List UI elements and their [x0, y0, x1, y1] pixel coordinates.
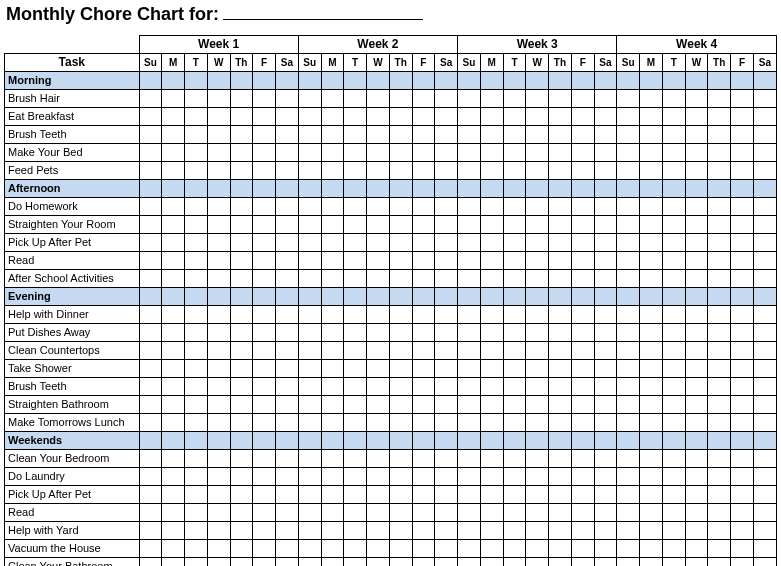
checkbox-cell[interactable]: [435, 108, 458, 126]
checkbox-cell[interactable]: [207, 162, 230, 180]
checkbox-cell[interactable]: [549, 270, 572, 288]
checkbox-cell[interactable]: [617, 234, 640, 252]
checkbox-cell[interactable]: [367, 108, 390, 126]
checkbox-cell[interactable]: [526, 396, 549, 414]
checkbox-cell[interactable]: [685, 414, 708, 432]
checkbox-cell[interactable]: [685, 252, 708, 270]
checkbox-cell[interactable]: [412, 252, 435, 270]
checkbox-cell[interactable]: [344, 270, 367, 288]
checkbox-cell[interactable]: [685, 234, 708, 252]
checkbox-cell[interactable]: [230, 396, 253, 414]
checkbox-cell[interactable]: [731, 414, 754, 432]
checkbox-cell[interactable]: [230, 414, 253, 432]
checkbox-cell[interactable]: [662, 540, 685, 558]
checkbox-cell[interactable]: [412, 126, 435, 144]
checkbox-cell[interactable]: [207, 450, 230, 468]
checkbox-cell[interactable]: [185, 396, 208, 414]
checkbox-cell[interactable]: [731, 450, 754, 468]
checkbox-cell[interactable]: [594, 414, 617, 432]
checkbox-cell[interactable]: [344, 324, 367, 342]
checkbox-cell[interactable]: [230, 558, 253, 567]
checkbox-cell[interactable]: [412, 360, 435, 378]
checkbox-cell[interactable]: [389, 90, 412, 108]
checkbox-cell[interactable]: [230, 360, 253, 378]
checkbox-cell[interactable]: [276, 540, 299, 558]
checkbox-cell[interactable]: [480, 252, 503, 270]
checkbox-cell[interactable]: [640, 234, 663, 252]
checkbox-cell[interactable]: [139, 144, 162, 162]
checkbox-cell[interactable]: [503, 216, 526, 234]
checkbox-cell[interactable]: [571, 198, 594, 216]
checkbox-cell[interactable]: [276, 360, 299, 378]
checkbox-cell[interactable]: [458, 504, 481, 522]
checkbox-cell[interactable]: [526, 108, 549, 126]
checkbox-cell[interactable]: [731, 108, 754, 126]
checkbox-cell[interactable]: [503, 324, 526, 342]
checkbox-cell[interactable]: [753, 468, 776, 486]
checkbox-cell[interactable]: [503, 306, 526, 324]
checkbox-cell[interactable]: [594, 486, 617, 504]
checkbox-cell[interactable]: [139, 108, 162, 126]
checkbox-cell[interactable]: [412, 144, 435, 162]
checkbox-cell[interactable]: [640, 324, 663, 342]
checkbox-cell[interactable]: [207, 234, 230, 252]
checkbox-cell[interactable]: [480, 108, 503, 126]
checkbox-cell[interactable]: [458, 234, 481, 252]
checkbox-cell[interactable]: [253, 162, 276, 180]
checkbox-cell[interactable]: [367, 162, 390, 180]
checkbox-cell[interactable]: [367, 504, 390, 522]
checkbox-cell[interactable]: [412, 522, 435, 540]
checkbox-cell[interactable]: [389, 126, 412, 144]
checkbox-cell[interactable]: [549, 324, 572, 342]
checkbox-cell[interactable]: [321, 450, 344, 468]
checkbox-cell[interactable]: [503, 522, 526, 540]
checkbox-cell[interactable]: [412, 450, 435, 468]
checkbox-cell[interactable]: [367, 486, 390, 504]
checkbox-cell[interactable]: [253, 396, 276, 414]
checkbox-cell[interactable]: [389, 270, 412, 288]
checkbox-cell[interactable]: [640, 108, 663, 126]
checkbox-cell[interactable]: [139, 558, 162, 567]
checkbox-cell[interactable]: [321, 522, 344, 540]
checkbox-cell[interactable]: [389, 522, 412, 540]
checkbox-cell[interactable]: [253, 252, 276, 270]
checkbox-cell[interactable]: [731, 144, 754, 162]
checkbox-cell[interactable]: [321, 540, 344, 558]
checkbox-cell[interactable]: [253, 504, 276, 522]
checkbox-cell[interactable]: [162, 486, 185, 504]
checkbox-cell[interactable]: [731, 162, 754, 180]
checkbox-cell[interactable]: [435, 216, 458, 234]
checkbox-cell[interactable]: [344, 342, 367, 360]
checkbox-cell[interactable]: [276, 270, 299, 288]
checkbox-cell[interactable]: [367, 90, 390, 108]
checkbox-cell[interactable]: [662, 396, 685, 414]
checkbox-cell[interactable]: [435, 486, 458, 504]
checkbox-cell[interactable]: [753, 90, 776, 108]
checkbox-cell[interactable]: [526, 234, 549, 252]
checkbox-cell[interactable]: [185, 90, 208, 108]
checkbox-cell[interactable]: [753, 126, 776, 144]
checkbox-cell[interactable]: [185, 378, 208, 396]
checkbox-cell[interactable]: [753, 396, 776, 414]
checkbox-cell[interactable]: [731, 126, 754, 144]
checkbox-cell[interactable]: [230, 468, 253, 486]
checkbox-cell[interactable]: [571, 270, 594, 288]
checkbox-cell[interactable]: [480, 144, 503, 162]
checkbox-cell[interactable]: [708, 468, 731, 486]
checkbox-cell[interactable]: [662, 198, 685, 216]
checkbox-cell[interactable]: [367, 378, 390, 396]
checkbox-cell[interactable]: [276, 216, 299, 234]
checkbox-cell[interactable]: [458, 558, 481, 567]
checkbox-cell[interactable]: [571, 144, 594, 162]
checkbox-cell[interactable]: [185, 270, 208, 288]
checkbox-cell[interactable]: [344, 234, 367, 252]
checkbox-cell[interactable]: [139, 90, 162, 108]
checkbox-cell[interactable]: [503, 396, 526, 414]
checkbox-cell[interactable]: [458, 360, 481, 378]
checkbox-cell[interactable]: [207, 342, 230, 360]
checkbox-cell[interactable]: [367, 252, 390, 270]
checkbox-cell[interactable]: [435, 144, 458, 162]
checkbox-cell[interactable]: [435, 270, 458, 288]
checkbox-cell[interactable]: [480, 234, 503, 252]
checkbox-cell[interactable]: [344, 450, 367, 468]
